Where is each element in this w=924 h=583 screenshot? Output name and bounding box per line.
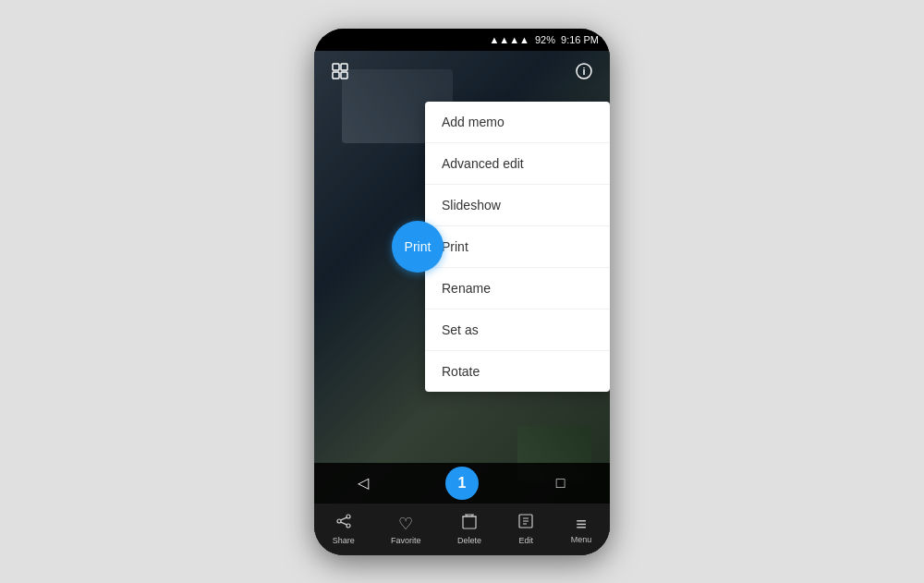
svg-rect-2 [333, 72, 339, 79]
menu-item-add-memo[interactable]: Add memo [425, 102, 610, 143]
menu-icon: ≡ [576, 515, 587, 533]
app-content: i Add memo Advanced edit Slideshow Print [314, 51, 610, 555]
bottom-edit[interactable]: Edit [517, 513, 534, 545]
svg-line-9 [341, 517, 346, 520]
favorite-icon: ♡ [398, 514, 413, 534]
menu-item-rotate[interactable]: Rotate [425, 351, 610, 392]
bottom-favorite[interactable]: ♡ Favorite [391, 514, 421, 545]
context-menu: Add memo Advanced edit Slideshow Print P… [425, 102, 610, 392]
svg-line-10 [341, 522, 346, 525]
info-icon[interactable]: i [571, 58, 597, 84]
time-display: 9:16 PM [561, 34, 599, 45]
gallery-icon[interactable] [327, 58, 353, 84]
svg-point-7 [337, 519, 341, 523]
battery-level: 92% [535, 34, 555, 45]
menu-item-slideshow[interactable]: Slideshow [425, 185, 610, 226]
recents-button[interactable]: □ [544, 467, 578, 500]
edit-icon [517, 513, 534, 534]
phone-frame: ▲▲▲▲ 92% 9:16 PM i [314, 29, 610, 555]
menu-item-advanced-edit[interactable]: Advanced edit [425, 143, 610, 185]
bottom-bar: Share ♡ Favorite Delete [314, 504, 610, 555]
delete-icon [462, 513, 477, 534]
print-circle-highlight: Print [392, 221, 444, 273]
share-icon [335, 513, 352, 534]
svg-rect-1 [341, 64, 347, 70]
bottom-menu[interactable]: ≡ Menu [571, 515, 592, 544]
back-button[interactable]: ◁ [346, 467, 380, 500]
top-bar: i [314, 51, 610, 91]
nav-bar: ◁ 1 □ [314, 463, 610, 504]
menu-item-rename[interactable]: Rename [425, 268, 610, 310]
svg-point-6 [346, 515, 350, 518]
menu-item-print[interactable]: Print Print [425, 226, 610, 268]
bottom-share[interactable]: Share [333, 513, 355, 545]
svg-rect-3 [341, 72, 347, 79]
signal-icon: ▲▲▲▲ [489, 34, 529, 45]
bottom-delete[interactable]: Delete [457, 513, 481, 545]
status-bar: ▲▲▲▲ 92% 9:16 PM [314, 29, 610, 51]
svg-rect-0 [333, 64, 339, 70]
svg-text:i: i [582, 66, 585, 77]
menu-item-set-as[interactable]: Set as [425, 310, 610, 351]
step-indicator: 1 [445, 467, 479, 500]
svg-point-8 [346, 524, 350, 528]
svg-rect-11 [463, 516, 476, 528]
